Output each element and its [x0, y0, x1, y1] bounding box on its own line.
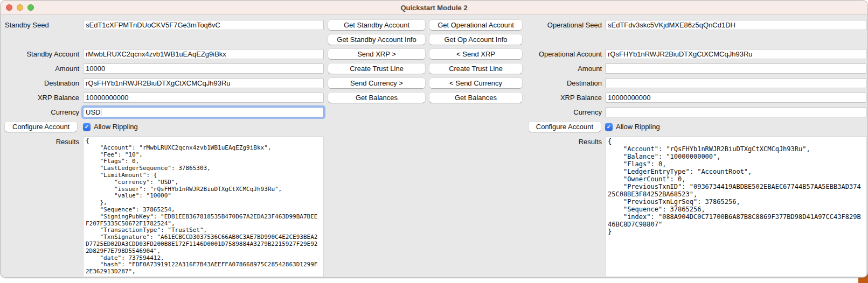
row-xrp-balance: XRP Balance Get Balances Get Balances XR…	[1, 93, 867, 103]
window-title: Quickstart Module 2	[400, 4, 467, 12]
minimize-icon[interactable]	[17, 4, 23, 11]
standby-configure-account-button[interactable]: Configure Account	[5, 122, 77, 132]
operational-destination-input[interactable]	[605, 78, 866, 88]
operational-allow-rippling-label: Allow Rippling	[616, 123, 660, 131]
row-account: Standby Account Send XRP > < Send XRP Op…	[1, 49, 867, 59]
standby-amount-input[interactable]	[83, 63, 324, 74]
standby-results-textarea[interactable]: { "Account": "rMwbLRUXC2qcnx4zvb1WB1uEAq…	[83, 136, 324, 277]
operational-xrp-balance-label: XRP Balance	[522, 93, 602, 103]
standby-account-label: Standby Account	[4, 49, 79, 59]
send-currency-right-button[interactable]: Send Currency >	[328, 78, 425, 88]
main-content: Standby Seed Get Standby Account Get Ope…	[1, 15, 867, 277]
operational-account-input[interactable]	[605, 49, 866, 59]
get-standby-account-button[interactable]: Get Standby Account	[328, 20, 425, 30]
standby-destination-input[interactable]	[83, 78, 324, 88]
standby-currency-label: Currency	[4, 107, 79, 117]
operational-currency-label: Currency	[522, 107, 602, 117]
get-balances-operational-button[interactable]: Get Balances	[429, 93, 522, 103]
row-currency: Currency Currency	[1, 107, 867, 117]
row-configure: Configure Account ✓ Allow Rippling Confi…	[1, 122, 867, 132]
standby-xrp-balance-input[interactable]	[83, 93, 324, 103]
text-cursor	[101, 109, 101, 116]
standby-currency-input[interactable]	[83, 107, 324, 117]
titlebar: Quickstart Module 2	[1, 1, 867, 15]
standby-account-input[interactable]	[83, 49, 324, 59]
standby-xrp-balance-label: XRP Balance	[4, 93, 79, 103]
get-standby-account-info-button[interactable]: Get Standby Account Info	[328, 34, 425, 45]
operational-account-label: Operational Account	[522, 49, 602, 59]
standby-amount-label: Amount	[4, 63, 79, 74]
operational-configure-account-button[interactable]: Configure Account	[529, 122, 601, 132]
create-trust-line-standby-button[interactable]: Create Trust Line	[328, 63, 425, 74]
row-seed: Standby Seed Get Standby Account Get Ope…	[1, 20, 867, 30]
standby-seed-input[interactable]	[83, 20, 324, 30]
row-amount: Amount Create Trust Line Create Trust Li…	[1, 63, 867, 74]
operational-currency-input[interactable]	[605, 107, 866, 117]
get-op-account-info-button[interactable]: Get Op Account Info	[429, 34, 522, 45]
check-icon: ✓	[607, 124, 611, 130]
standby-allow-rippling-label: Allow Rippling	[94, 123, 138, 131]
standby-destination-label: Destination	[4, 78, 79, 88]
row-destination: Destination Send Currency > < Send Curre…	[1, 78, 867, 88]
standby-seed-label: Standby Seed	[4, 20, 79, 30]
row-account-info: Get Standby Account Info Get Op Account …	[1, 34, 867, 45]
operational-seed-input[interactable]	[605, 20, 866, 30]
standby-results-label: Results	[4, 136, 79, 147]
operational-results-textarea[interactable]: { "Account": "rQsFHYb1nRWJR2BiuDTXgCtXCM…	[605, 136, 866, 277]
traffic-lights	[6, 4, 34, 11]
send-currency-left-button[interactable]: < Send Currency	[429, 78, 522, 88]
send-xrp-left-button[interactable]: < Send XRP	[429, 49, 522, 59]
quickstart-window: Quickstart Module 2 Standby Seed Get Sta…	[0, 0, 868, 278]
send-xrp-right-button[interactable]: Send XRP >	[328, 49, 425, 59]
get-balances-standby-button[interactable]: Get Balances	[328, 93, 425, 103]
operational-destination-label: Destination	[522, 78, 602, 88]
operational-xrp-balance-input[interactable]	[605, 93, 866, 103]
check-icon: ✓	[85, 124, 89, 130]
operational-seed-label: Operational Seed	[522, 20, 602, 30]
row-results: Results { "Account": "rMwbLRUXC2qcnx4zvb…	[1, 136, 867, 277]
zoom-icon[interactable]	[27, 4, 34, 11]
create-trust-line-operational-button[interactable]: Create Trust Line	[429, 63, 522, 74]
standby-allow-rippling-checkbox[interactable]: ✓	[83, 123, 91, 131]
operational-amount-input[interactable]	[605, 63, 866, 74]
operational-allow-rippling-checkbox[interactable]: ✓	[605, 123, 613, 131]
operational-results-label: Results	[522, 136, 602, 147]
close-icon[interactable]	[6, 4, 12, 11]
get-operational-account-button[interactable]: Get Operational Account	[429, 20, 522, 30]
operational-amount-label: Amount	[522, 63, 602, 74]
